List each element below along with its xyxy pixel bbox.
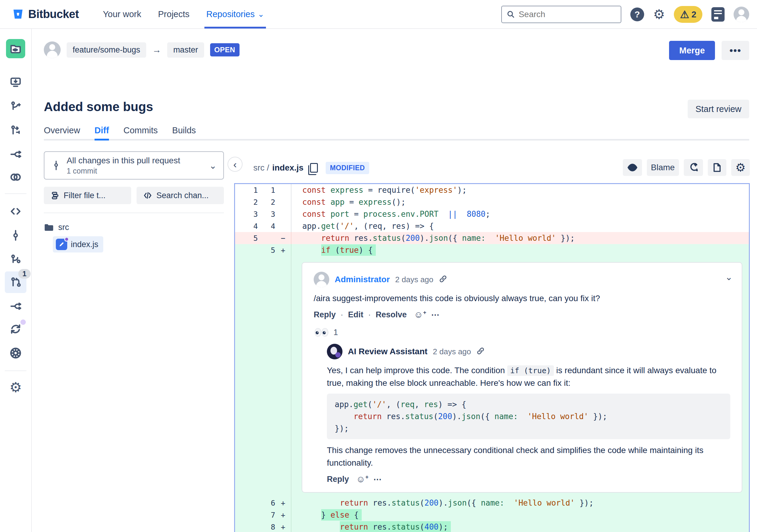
- tree-file-indexjs[interactable]: index.js: [53, 236, 103, 253]
- release-notes-icon[interactable]: [712, 7, 725, 22]
- code-block-line: app.get('/', (req, res) => {: [335, 398, 722, 410]
- change-scope-dropdown[interactable]: All changes in this pull request 1 commi…: [44, 151, 224, 179]
- nav-your-work[interactable]: Your work: [103, 0, 141, 28]
- resolve-action[interactable]: Resolve: [376, 310, 407, 320]
- line-number[interactable]: +: [275, 511, 291, 519]
- line-number[interactable]: 3: [235, 210, 262, 219]
- file-status-badge: MODIFIED: [326, 162, 369, 174]
- permalink-icon[interactable]: [439, 275, 447, 284]
- create-pull-request-icon[interactable]: [5, 119, 26, 141]
- tab-diff[interactable]: Diff: [95, 125, 109, 139]
- diff-code-line: const app = express();: [291, 196, 749, 208]
- ai-assistant-avatar[interactable]: [327, 344, 343, 360]
- add-reaction-icon[interactable]: ☺+: [414, 309, 426, 320]
- comment-card: ⌄ Administrator 2 days ago /aira suggest…: [302, 262, 742, 493]
- merge-button[interactable]: Merge: [669, 41, 715, 60]
- line-number[interactable]: 4: [262, 222, 275, 231]
- line-number[interactable]: 1: [262, 186, 275, 195]
- deployments-icon[interactable]: [5, 342, 26, 364]
- start-review-button[interactable]: Start review: [688, 100, 749, 118]
- reply-action[interactable]: Reply: [314, 310, 336, 320]
- line-number[interactable]: 3: [262, 210, 275, 219]
- diff-row: 44app.get('/', (req, res) => {: [235, 220, 749, 232]
- pull-requests-icon[interactable]: 1: [5, 271, 26, 293]
- reaction-row[interactable]: 1: [314, 328, 730, 337]
- line-number[interactable]: 5: [235, 234, 262, 242]
- suggested-code-block: app.get('/', (req, res) => { return res.…: [327, 393, 730, 439]
- line-number[interactable]: 8: [262, 523, 275, 531]
- line-number[interactable]: +: [275, 499, 291, 507]
- tab-overview[interactable]: Overview: [44, 125, 80, 139]
- svg-text:<>: <>: [13, 48, 17, 52]
- user-avatar[interactable]: [734, 7, 749, 22]
- main-content: feature/some-bugs → master OPEN Merge ••…: [32, 29, 757, 532]
- copy-path-icon[interactable]: [310, 163, 318, 172]
- comment-more-icon[interactable]: ⋯: [431, 310, 440, 320]
- search-input[interactable]: [519, 10, 609, 19]
- collapse-file-tree-button[interactable]: ‹: [227, 157, 243, 172]
- commenter-avatar[interactable]: [314, 272, 329, 287]
- pull-requests-count-badge: 1: [18, 269, 31, 279]
- blame-button[interactable]: Blame: [647, 159, 679, 176]
- diff-rows-top: 11const express = require('express');22c…: [235, 184, 749, 256]
- view-file-button[interactable]: [708, 159, 726, 176]
- pr-status-badge: OPEN: [210, 43, 239, 56]
- more-actions-button[interactable]: •••: [722, 41, 749, 60]
- search-changes-button[interactable]: Search chan...: [136, 187, 224, 204]
- global-search[interactable]: [501, 6, 621, 23]
- pipelines-status-dot: [20, 320, 26, 325]
- line-number[interactable]: 6: [262, 499, 275, 507]
- comment-more-icon[interactable]: ⋯: [374, 474, 382, 484]
- line-number[interactable]: 5: [262, 246, 275, 255]
- add-comment-button[interactable]: [684, 159, 703, 176]
- reply-action[interactable]: Reply: [327, 475, 349, 484]
- comment-author[interactable]: Administrator: [335, 275, 390, 284]
- source-branch-pill[interactable]: feature/some-bugs: [67, 42, 146, 58]
- left-sidebar: <> 1 ⚙: [0, 29, 32, 532]
- diff-code-line: return res.status(400);: [291, 521, 749, 532]
- repository-avatar[interactable]: <>: [5, 38, 26, 59]
- commit-icon: [51, 159, 61, 172]
- pr-author-avatar[interactable]: [44, 42, 61, 58]
- filter-file-tree-button[interactable]: Filter file t...: [44, 187, 131, 204]
- code-block-line: });: [335, 422, 722, 434]
- nav-projects[interactable]: Projects: [158, 0, 190, 28]
- clone-icon[interactable]: [5, 72, 26, 93]
- source-icon[interactable]: [5, 201, 26, 222]
- watch-file-button[interactable]: [623, 159, 642, 176]
- comment-reply: AI Review Assistant 2 days ago Yes, I ca…: [314, 344, 730, 484]
- repo-settings-icon[interactable]: ⚙: [5, 376, 26, 398]
- warnings-badge[interactable]: ⚠ 2: [674, 6, 702, 23]
- pipelines-icon[interactable]: [5, 318, 26, 340]
- diff-settings-button[interactable]: ⚙: [731, 159, 750, 176]
- line-number[interactable]: +: [275, 523, 291, 531]
- line-number[interactable]: 2: [235, 198, 262, 206]
- add-reaction-icon[interactable]: ☺+: [356, 474, 369, 484]
- tab-builds[interactable]: Builds: [172, 125, 196, 139]
- compare-icon[interactable]: [5, 166, 26, 188]
- line-number[interactable]: 4: [235, 222, 262, 231]
- tab-commits[interactable]: Commits: [123, 125, 158, 139]
- create-branch-icon[interactable]: [5, 95, 26, 117]
- diff-row: 22const app = express();: [235, 196, 749, 208]
- settings-gear-icon[interactable]: ⚙: [653, 8, 665, 21]
- edit-action[interactable]: Edit: [348, 310, 363, 320]
- collapse-thread-chevron-icon[interactable]: ⌄: [725, 272, 733, 282]
- line-number[interactable]: 1: [235, 186, 262, 195]
- line-number[interactable]: 2: [262, 198, 275, 206]
- branches-icon[interactable]: [5, 249, 26, 270]
- reply-body-2: This change removes the unnecessary cond…: [327, 444, 730, 469]
- pipelines-shortcut-icon[interactable]: [5, 143, 26, 165]
- commits-icon[interactable]: [5, 225, 26, 246]
- help-icon[interactable]: ?: [630, 8, 644, 21]
- permalink-icon[interactable]: [476, 347, 485, 356]
- line-number[interactable]: +: [275, 246, 291, 255]
- bitbucket-logo[interactable]: Bitbucket: [12, 8, 79, 21]
- nav-repositories[interactable]: Repositories ⌄: [206, 0, 264, 28]
- forks-icon[interactable]: [5, 296, 26, 317]
- line-number[interactable]: −: [275, 234, 291, 242]
- top-navigation: Bitbucket Your work Projects Repositorie…: [0, 0, 757, 29]
- target-branch-pill[interactable]: master: [167, 42, 204, 58]
- line-number[interactable]: 7: [262, 511, 275, 519]
- tree-folder-src[interactable]: src: [44, 221, 224, 234]
